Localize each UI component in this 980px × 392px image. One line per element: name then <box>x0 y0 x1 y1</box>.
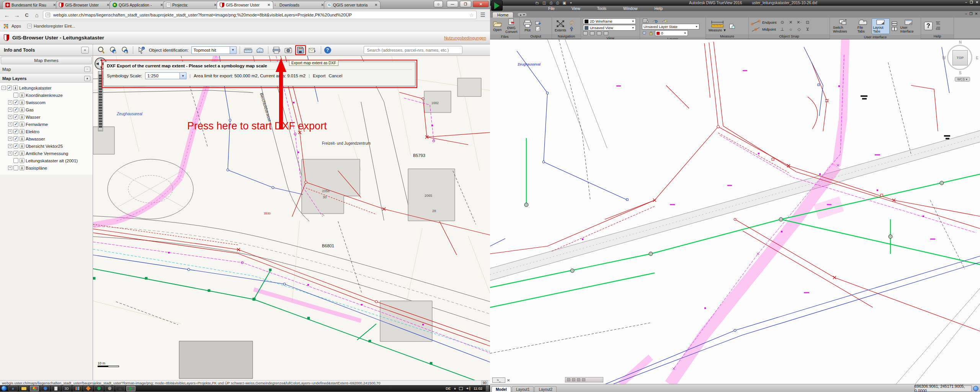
tab-close-icon[interactable]: ✕ <box>321 3 324 7</box>
tray-network-icon[interactable] <box>459 387 463 390</box>
profile-button[interactable]: ☺ <box>434 1 443 7</box>
help-button[interactable]: ? <box>324 47 331 54</box>
layer-checkbox[interactable]: ✓ <box>13 165 18 170</box>
model-tab[interactable]: Model <box>492 386 511 392</box>
layer-row-abwasser[interactable]: + ✓ i Abwasser <box>2 135 93 142</box>
preview-icon[interactable] <box>535 26 541 31</box>
taskbar-icon-freecad[interactable] <box>83 386 93 391</box>
close-button[interactable]: ✕ <box>975 0 978 4</box>
tab-close-icon[interactable]: ✕ <box>214 3 217 7</box>
endpoint-snap-button[interactable]: Endpoint <box>751 20 777 25</box>
wcs-dropdown[interactable]: WCS ▾ <box>955 77 970 82</box>
expand-node-icon[interactable]: + <box>8 129 12 134</box>
back-button[interactable]: ← <box>3 12 11 18</box>
tab-close-icon[interactable]: ✕ <box>106 3 109 7</box>
layer-row-wasser[interactable]: + ✓ i Wasser <box>2 113 93 121</box>
view-toggle-icon-2[interactable] <box>590 31 595 35</box>
layer-checkbox[interactable]: ✓ <box>13 100 18 105</box>
tab-bundesamt[interactable]: Bundesamt für Rau ✕ <box>2 1 59 9</box>
print-icon[interactable] <box>271 46 281 55</box>
doc-minimize-button[interactable]: – <box>965 12 967 16</box>
menu-file[interactable]: File <box>540 6 563 11</box>
map-themes-button[interactable]: Map themes <box>1 57 92 64</box>
application-menu-button[interactable] <box>491 0 503 11</box>
tray-expand-icon[interactable]: ▲ <box>453 387 456 390</box>
taskbar-icon-explorer-folder[interactable] <box>19 386 28 391</box>
cancel-button[interactable]: Cancel <box>328 74 342 78</box>
layer-checkbox[interactable]: ✓ <box>13 129 18 134</box>
sidebar-collapse-button[interactable]: « <box>81 47 89 54</box>
symbology-scale-select[interactable]: 1:250 ▼ <box>145 72 186 79</box>
object-identification-select[interactable]: Topmost hit ▼ <box>191 46 237 54</box>
layer-state-select[interactable]: Unsaved Layer State ▼ <box>642 24 699 29</box>
taskbar-icon-palette[interactable] <box>73 386 82 391</box>
layer-checkbox[interactable]: ✓ <box>13 151 18 156</box>
tab-gis-browser-1[interactable]: GIS-Browser Uster ✕ <box>56 1 113 9</box>
viewcube-west[interactable]: W <box>942 56 946 60</box>
bookmark-handelsregister[interactable]: Handelsregister Eint... <box>27 24 75 28</box>
status-sphere-icon[interactable] <box>973 386 978 391</box>
help-list-icon-2[interactable] <box>936 26 941 31</box>
close-button[interactable]: ✕ <box>473 1 489 7</box>
browser-menu-icon[interactable]: ☰ <box>479 11 487 18</box>
minimize-button[interactable]: – <box>965 0 967 4</box>
expand-node-icon[interactable]: + <box>8 144 12 148</box>
layer-checkbox[interactable]: ✓ <box>13 144 18 149</box>
start-button[interactable] <box>1 385 7 391</box>
dwg-convert-button[interactable]: DWG Convert <box>505 18 518 34</box>
layer-info-button[interactable]: i <box>20 151 24 156</box>
tab-gis-browser-active[interactable]: GIS-Browser Uster ✕ <box>217 1 273 9</box>
tray-volume-icon[interactable]: ◄╢ <box>466 387 471 390</box>
layer-info-button[interactable]: i <box>20 107 24 112</box>
menu-help[interactable]: Help <box>646 6 671 11</box>
expand-node-icon[interactable]: + <box>8 122 12 126</box>
expand-node-icon[interactable]: + <box>8 137 12 141</box>
layer-freeze-icon[interactable] <box>642 31 647 35</box>
tab-close-icon[interactable]: ✕ <box>374 3 377 7</box>
nearest-snap-icon[interactable]: ◇ <box>795 26 803 33</box>
restore-button[interactable]: ❐ <box>460 1 471 7</box>
menu-view[interactable]: View <box>563 6 589 11</box>
bookmark-star-icon[interactable]: ☆ <box>469 12 474 18</box>
collapse-node-icon[interactable]: − <box>2 86 6 90</box>
viewcube[interactable]: TOP N W S E <box>944 42 977 75</box>
url-input[interactable] <box>52 12 467 18</box>
qat-open-icon[interactable]: 🗀 <box>535 1 539 5</box>
search-box[interactable] <box>364 46 462 54</box>
file-tabs-button[interactable]: x File Tabs <box>856 19 870 34</box>
perpendicular-snap-icon[interactable]: ⊥ <box>779 26 786 33</box>
view-toggle-icon-1[interactable] <box>583 31 588 35</box>
taskbar-icon-internet-explorer[interactable]: e <box>8 386 18 391</box>
measure-area-icon[interactable] <box>255 46 265 55</box>
layer-bulb-icon[interactable] <box>662 18 668 23</box>
layer-row-basisplaene[interactable]: + ✓ i Basispläne <box>2 164 93 172</box>
layer-row-leitungskataster-alt[interactable]: ✓ i Leitungskataster alt (2001) <box>2 157 93 164</box>
export-button[interactable]: Export <box>313 74 325 78</box>
forward-button[interactable]: → <box>13 12 21 18</box>
minimize-button[interactable]: — <box>447 1 458 7</box>
viewcube-north[interactable]: N <box>959 40 962 44</box>
zoom-previous-icon[interactable]: ◀ <box>108 46 118 55</box>
taskbar-icon-qgis[interactable] <box>94 386 103 391</box>
tab-qgis[interactable]: QGIS Application - ✕ <box>109 1 166 9</box>
layer-info-button[interactable]: i <box>20 114 24 119</box>
zoom-extent-icon[interactable] <box>96 46 106 55</box>
url-box[interactable]: ☆ <box>43 11 477 19</box>
layer-checkbox[interactable]: ✓ <box>13 107 18 112</box>
layer-info-button[interactable]: i <box>20 144 24 149</box>
expand-node-icon[interactable]: + <box>8 108 12 112</box>
layer-info-button[interactable]: i <box>20 136 24 141</box>
collapse-section-icon[interactable]: − <box>84 67 90 72</box>
tab-downloads[interactable]: Downloads ✕ <box>270 1 327 9</box>
cad-canvas[interactable]: Zeughausareal <box>490 39 980 384</box>
taskbar-icon-media[interactable] <box>41 386 50 391</box>
floating-mini-toolbar[interactable] <box>565 377 603 382</box>
taskbar-icon-3d-tool[interactable]: 3D <box>62 386 71 391</box>
tab-close-icon[interactable]: ✕ <box>53 3 56 7</box>
layer-checkbox[interactable]: ✓ <box>13 114 18 119</box>
menu-window[interactable]: Window <box>615 6 646 11</box>
layer-info-button[interactable]: i <box>20 158 24 163</box>
viewcube-east[interactable]: E <box>976 56 978 60</box>
user-interface-button[interactable]: User Interface <box>899 19 919 34</box>
apps-shortcut[interactable]: Apps <box>4 24 21 28</box>
